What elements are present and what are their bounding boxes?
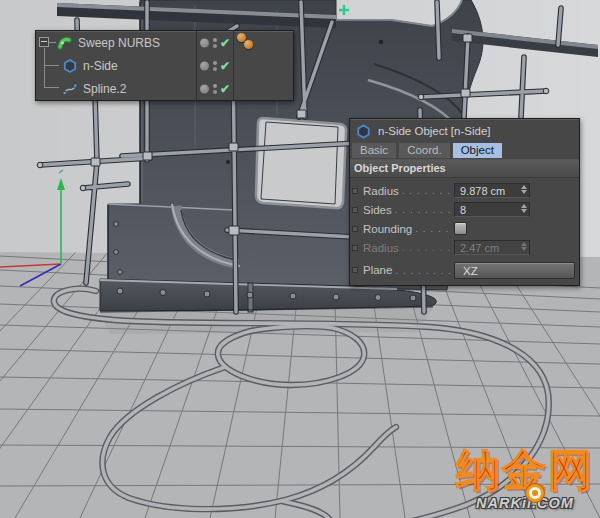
tab-basic[interactable]: Basic	[352, 143, 396, 158]
anim-key-box[interactable]	[352, 226, 358, 232]
spinner-icon	[521, 242, 527, 251]
anim-key-box	[352, 245, 358, 251]
attribute-title-bar[interactable]: n-Side Object [n-Side]	[350, 119, 579, 143]
property-label: Plane	[363, 264, 392, 276]
object-row-sweep-nurbs[interactable]: Sweep NURBS ✔	[36, 31, 293, 54]
rounding-checkbox[interactable]	[454, 222, 467, 235]
visibility-dots-icon[interactable]	[213, 84, 217, 94]
object-label[interactable]: Sweep NURBS	[78, 36, 160, 50]
property-row-rounding: Rounding	[350, 219, 579, 238]
property-row-radius: Radius 9.878 cm	[350, 181, 579, 200]
property-row-sides: Sides 8	[350, 200, 579, 219]
property-label: Radius	[363, 185, 399, 197]
dot-leader	[402, 242, 451, 253]
property-label: Sides	[363, 204, 392, 216]
attribute-tabs: Basic Coord. Object	[350, 143, 579, 159]
property-rows: Radius 9.878 cm Sides 8	[350, 178, 579, 283]
dot-leader	[395, 204, 451, 215]
sides-input[interactable]: 8	[454, 202, 530, 217]
property-label: Rounding	[363, 223, 412, 235]
tab-object[interactable]: Object	[453, 143, 502, 158]
anim-key-box[interactable]	[352, 207, 358, 213]
tab-coord[interactable]: Coord.	[399, 143, 450, 158]
enabled-check-icon[interactable]: ✔	[220, 58, 230, 72]
object-label[interactable]: n-Side	[83, 59, 118, 73]
object-row-n-side[interactable]: n-Side ✔	[36, 54, 293, 77]
panel-title: n-Side Object [n-Side]	[378, 125, 491, 137]
rounding-radius-input: 2.47 cm	[454, 240, 530, 255]
property-label: Radius	[363, 242, 399, 254]
layer-dot-icon[interactable]	[200, 38, 209, 47]
dot-leader	[395, 265, 451, 276]
object-manager-panel: Sweep NURBS ✔ n-Side ✔	[35, 30, 294, 101]
sweep-nurbs-icon	[57, 35, 73, 51]
property-row-plane: Plane XZ	[350, 257, 579, 283]
layer-dot-icon[interactable]	[200, 61, 209, 70]
dot-leader	[402, 185, 451, 196]
section-header[interactable]: Object Properties	[350, 159, 579, 178]
spline-icon	[62, 81, 78, 97]
object-label[interactable]: Spline.2	[83, 82, 126, 96]
visibility-dots-icon[interactable]	[213, 61, 217, 71]
layer-dot-icon[interactable]	[200, 84, 209, 93]
n-side-icon	[356, 124, 371, 139]
dot-leader	[415, 223, 451, 234]
spinner-icon[interactable]	[521, 185, 527, 194]
attribute-manager-panel: n-Side Object [n-Side] Basic Coord. Obje…	[349, 118, 580, 286]
tree-line	[49, 42, 56, 43]
enabled-check-icon[interactable]: ✔	[220, 35, 230, 49]
radius-input[interactable]: 9.878 cm	[454, 183, 530, 198]
phong-tag-icons[interactable]	[237, 33, 257, 53]
anim-key-box[interactable]	[352, 267, 358, 273]
expand-toggle-icon[interactable]	[39, 37, 49, 47]
property-row-rounding-radius: Radius 2.47 cm	[350, 238, 579, 257]
n-side-icon	[62, 58, 78, 74]
object-row-spline2[interactable]: Spline.2 ✔	[36, 77, 293, 100]
enabled-check-icon[interactable]: ✔	[220, 81, 230, 95]
anim-key-box[interactable]	[352, 188, 358, 194]
c4d-viewport-window: Sweep NURBS ✔ n-Side ✔	[0, 0, 600, 518]
plane-dropdown[interactable]: XZ	[454, 262, 575, 279]
spinner-icon[interactable]	[521, 204, 527, 213]
visibility-dots-icon[interactable]	[213, 38, 217, 48]
